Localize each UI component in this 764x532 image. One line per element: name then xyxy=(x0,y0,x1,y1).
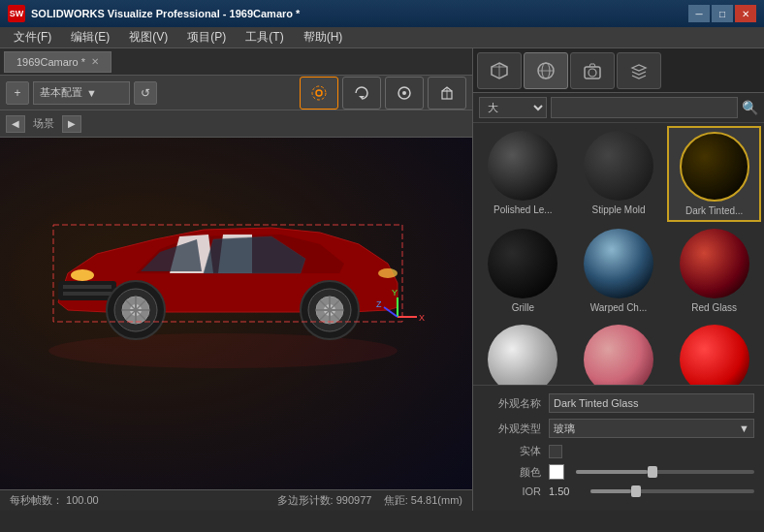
prop-ior-row: IOR 1.50 xyxy=(483,485,754,497)
prev-button[interactable]: ◀ xyxy=(6,115,25,133)
search-icon[interactable]: 🔍 xyxy=(742,100,758,115)
svg-point-11 xyxy=(378,268,398,278)
material-item-red-glass[interactable]: Red Glass xyxy=(667,224,761,318)
rotate-button[interactable] xyxy=(342,77,381,110)
menu-tools[interactable]: 工具(T) xyxy=(236,27,293,47)
size-select[interactable]: 大 xyxy=(479,97,547,118)
right-tabs xyxy=(473,48,764,93)
material-label-stipple: Stipple Mold xyxy=(591,204,645,215)
material-sphere-stipple xyxy=(584,131,653,201)
cube-tab-icon xyxy=(489,60,510,81)
left-panel: 1969Camaro * ✕ + 基本配置 ▼ ↺ xyxy=(0,48,473,511)
material-sphere-grille xyxy=(488,229,557,298)
add-button[interactable]: + xyxy=(6,81,29,105)
next-button[interactable]: ▶ xyxy=(62,115,81,133)
viewport[interactable]: X Y Z xyxy=(0,138,472,489)
properties-panel: 外观名称 外观类型 玻璃 ▼ 实体 颜色 xyxy=(473,385,764,511)
tab-label: 1969Camaro * xyxy=(16,56,85,68)
tab-scene-icon[interactable] xyxy=(477,52,522,89)
settings-icon-button[interactable] xyxy=(300,77,338,110)
prop-solid-row: 实体 xyxy=(483,444,754,458)
render-button[interactable] xyxy=(385,77,424,110)
tab-camaro[interactable]: 1969Camaro * ✕ xyxy=(4,51,111,73)
prop-name-row: 外观名称 xyxy=(483,393,754,413)
svg-text:Z: Z xyxy=(376,299,382,309)
cube-icon xyxy=(437,83,457,103)
material-item-stipple[interactable]: Stipple Mold xyxy=(572,126,666,222)
cube-button[interactable] xyxy=(428,77,466,110)
prop-type-dropdown[interactable]: 玻璃 ▼ xyxy=(549,419,754,438)
tab-bar: 1969Camaro * ✕ xyxy=(0,48,472,76)
app-title: SOLIDWORKS Visualize Professional - 1969… xyxy=(31,8,300,19)
rotate-icon xyxy=(352,83,371,103)
svg-point-41 xyxy=(589,69,596,77)
search-input[interactable] xyxy=(551,97,738,118)
material-label-dark-tinted: Dark Tinted... xyxy=(685,205,743,216)
menubar: 文件(F) 编辑(E) 视图(V) 项目(P) 工具(T) 帮助(H) xyxy=(0,27,764,48)
menu-view[interactable]: 视图(V) xyxy=(119,27,177,47)
layers-icon xyxy=(628,60,650,81)
svg-rect-8 xyxy=(63,285,111,289)
material-label-red-glass: Red Glass xyxy=(691,302,737,313)
close-button[interactable]: ✕ xyxy=(735,5,756,22)
ior-slider-thumb[interactable] xyxy=(631,485,641,497)
material-sphere-silver xyxy=(488,325,557,385)
viewport-content: X Y Z xyxy=(0,138,472,489)
config-label: 基本配置 xyxy=(40,85,82,100)
material-item-warped[interactable]: Warped Ch... xyxy=(572,224,666,318)
svg-rect-7 xyxy=(58,281,116,300)
material-sphere-red xyxy=(680,325,749,385)
window-controls[interactable]: ─ □ ✕ xyxy=(688,5,756,22)
main-toolbar: + 基本配置 ▼ ↺ xyxy=(0,76,472,110)
material-label-warped: Warped Ch... xyxy=(590,302,648,313)
prop-name-input[interactable] xyxy=(549,393,754,413)
svg-point-6 xyxy=(48,333,398,368)
material-item-pink[interactable] xyxy=(572,320,666,385)
prop-ior-label: IOR xyxy=(483,485,541,497)
tab-render-icon[interactable] xyxy=(617,52,661,89)
material-item-red[interactable] xyxy=(667,320,761,385)
config-dropdown[interactable]: 基本配置 ▼ xyxy=(33,81,130,105)
material-item-dark-tinted[interactable]: Dark Tinted... xyxy=(667,126,761,222)
color-slider-track xyxy=(576,470,754,474)
ior-slider-fill xyxy=(590,489,631,493)
material-label-grille: Grille xyxy=(512,302,534,313)
prop-solid-label: 实体 xyxy=(483,444,541,458)
fps-display: 每秒帧数： 100.00 xyxy=(10,493,99,508)
material-item-silver[interactable] xyxy=(476,320,570,385)
tab-close-icon[interactable]: ✕ xyxy=(91,56,99,67)
menu-project[interactable]: 项目(P) xyxy=(177,27,236,47)
menu-file[interactable]: 文件(F) xyxy=(4,27,61,47)
material-sphere-pink xyxy=(584,325,653,385)
ior-slider-track xyxy=(590,489,754,493)
color-slider-thumb[interactable] xyxy=(648,466,657,478)
menu-edit[interactable]: 编辑(E) xyxy=(61,27,119,47)
titlebar: SW SOLIDWORKS Visualize Professional - 1… xyxy=(0,0,764,27)
material-sphere-dark-tinted xyxy=(680,132,749,202)
material-item-polished[interactable]: Polished Le... xyxy=(476,126,570,222)
render-icon xyxy=(395,83,414,103)
material-sphere-red-glass xyxy=(680,229,749,298)
refresh-button[interactable]: ↺ xyxy=(134,81,157,105)
app-logo: SW xyxy=(8,5,25,22)
svg-point-0 xyxy=(316,90,322,96)
prop-type-row: 外观类型 玻璃 ▼ xyxy=(483,419,754,438)
svg-point-1 xyxy=(312,86,326,100)
material-sphere-polished xyxy=(488,131,557,201)
prop-color-swatch[interactable] xyxy=(549,464,564,480)
maximize-button[interactable]: □ xyxy=(712,5,733,22)
car-svg: X Y Z xyxy=(10,147,436,370)
minimize-button[interactable]: ─ xyxy=(688,5,710,22)
dropdown-chevron-icon: ▼ xyxy=(739,422,749,434)
material-item-grille[interactable]: Grille xyxy=(476,224,570,318)
tab-appearance-icon[interactable] xyxy=(524,52,568,89)
menu-help[interactable]: 帮助(H) xyxy=(294,27,353,47)
svg-text:Y: Y xyxy=(392,288,398,297)
camera-icon xyxy=(582,60,603,81)
poly-display: 多边形计数: 990977 焦距: 54.81(mm) xyxy=(277,493,462,508)
svg-rect-9 xyxy=(63,292,111,296)
prop-ior-value: 1.50 xyxy=(549,485,583,497)
tab-camera-icon[interactable] xyxy=(570,52,615,89)
settings-icon xyxy=(309,83,329,103)
prop-solid-checkbox[interactable] xyxy=(549,445,562,458)
